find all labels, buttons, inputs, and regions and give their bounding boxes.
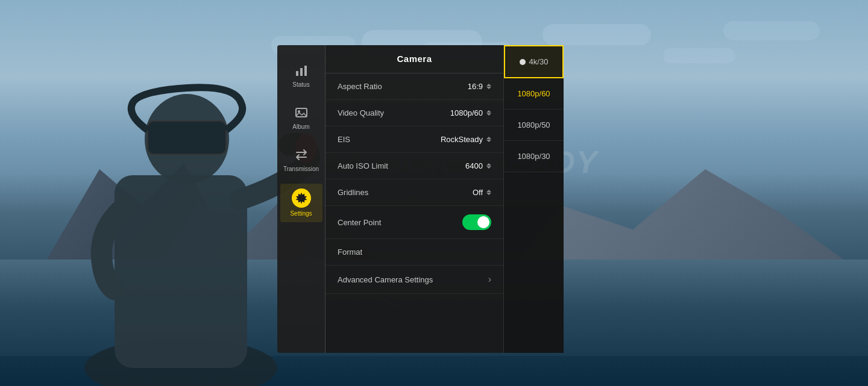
- auto-iso-arrows[interactable]: [486, 163, 491, 169]
- quality-1080p60-label: 1080p/60: [517, 89, 550, 98]
- sidebar-transmission-label: Transmission: [283, 166, 319, 173]
- camera-panel: Camera Aspect Ratio 16:9 Video Quality 1…: [326, 45, 503, 353]
- arrow-down-icon: [486, 87, 491, 89]
- quality-1080p50[interactable]: 1080p/50: [504, 110, 564, 141]
- arrows-icon: [293, 146, 310, 163]
- arrow-up-icon: [486, 163, 491, 166]
- arrow-down-icon: [486, 166, 491, 169]
- eis-value: RockSteady: [441, 135, 491, 144]
- svg-rect-7: [300, 68, 303, 76]
- sidebar-album-label: Album: [292, 123, 309, 131]
- format-label: Format: [338, 247, 362, 257]
- camera-rows: Aspect Ratio 16:9 Video Quality 1080p/60: [326, 73, 503, 353]
- gear-icon: [292, 188, 311, 208]
- arrow-up-icon: [486, 137, 491, 139]
- video-quality-text: 1080p/60: [450, 108, 483, 117]
- svg-rect-8: [304, 66, 307, 76]
- quality-1080p60[interactable]: 1080p/60: [504, 78, 564, 110]
- advanced-settings-value: ›: [488, 274, 491, 285]
- quality-1080p50-label: 1080p/50: [517, 120, 550, 129]
- arrow-up-icon: [486, 84, 491, 86]
- arrow-down-icon: [486, 193, 491, 195]
- gridlines-value: Off: [473, 188, 491, 197]
- eis-arrows[interactable]: [486, 137, 491, 142]
- sidebar-status-label: Status: [292, 81, 309, 89]
- quality-1080p30[interactable]: 1080p/30: [504, 141, 564, 172]
- center-point-row[interactable]: Center Point: [326, 206, 503, 239]
- auto-iso-text: 6400: [465, 161, 483, 170]
- arrow-down-icon: [486, 140, 491, 142]
- aspect-ratio-row[interactable]: Aspect Ratio 16:9: [326, 73, 503, 100]
- quality-1080p30-label: 1080p/30: [517, 152, 550, 161]
- quality-dot-icon: [520, 59, 526, 65]
- arrow-down-icon: [486, 113, 491, 116]
- video-quality-arrows[interactable]: [486, 110, 491, 116]
- sidebar-item-settings[interactable]: Settings: [280, 184, 322, 222]
- sidebar-item-album[interactable]: Album: [280, 99, 322, 135]
- gridlines-arrows[interactable]: [486, 190, 491, 195]
- sidebar-item-transmission[interactable]: Transmission: [280, 142, 322, 178]
- center-point-value: [462, 214, 491, 230]
- chevron-right-icon: ›: [488, 274, 491, 285]
- center-point-label: Center Point: [338, 218, 381, 227]
- eis-row[interactable]: EIS RockSteady: [326, 126, 503, 153]
- auto-iso-label: Auto ISO Limit: [338, 161, 388, 170]
- advanced-settings-row[interactable]: Advanced Camera Settings ›: [326, 266, 503, 294]
- gridlines-text: Off: [473, 188, 483, 197]
- gridlines-row[interactable]: Gridlines Off: [326, 179, 503, 206]
- aspect-ratio-value: 16:9: [468, 82, 491, 91]
- aspect-ratio-text: 16:9: [468, 82, 483, 91]
- center-point-toggle[interactable]: [462, 214, 491, 230]
- chart-bar-icon: [293, 62, 310, 79]
- eis-label: EIS: [338, 135, 350, 144]
- auto-iso-row[interactable]: Auto ISO Limit 6400: [326, 153, 503, 179]
- sidebar-item-status[interactable]: Status: [280, 57, 322, 93]
- video-quality-row[interactable]: Video Quality 1080p/60: [326, 100, 503, 126]
- toggle-knob: [477, 216, 489, 228]
- aspect-ratio-label: Aspect Ratio: [338, 82, 382, 91]
- camera-header: Camera: [326, 45, 503, 73]
- advanced-settings-label: Advanced Camera Settings: [338, 275, 433, 284]
- aspect-ratio-arrows[interactable]: [486, 84, 491, 89]
- camera-title: Camera: [397, 54, 432, 64]
- arrow-up-icon: [486, 110, 491, 113]
- auto-iso-value: 6400: [465, 161, 491, 170]
- display-panel: Status Album Transmission: [277, 45, 814, 353]
- video-quality-value: 1080p/60: [450, 108, 491, 117]
- arrow-up-icon: [486, 190, 491, 192]
- video-quality-label: Video Quality: [338, 108, 384, 117]
- gridlines-label: Gridlines: [338, 188, 368, 197]
- format-row[interactable]: Format: [326, 239, 503, 266]
- sidebar: Status Album Transmission: [277, 45, 326, 353]
- sidebar-settings-label: Settings: [290, 210, 312, 217]
- quality-4k30-label: 4k/30: [529, 57, 549, 66]
- image-icon: [293, 104, 310, 121]
- quality-panel: 4k/30 1080p/60 1080p/50 1080p/30: [503, 45, 564, 353]
- quality-4k30[interactable]: 4k/30: [504, 45, 564, 78]
- eis-text: RockSteady: [441, 135, 483, 144]
- svg-rect-6: [296, 71, 298, 76]
